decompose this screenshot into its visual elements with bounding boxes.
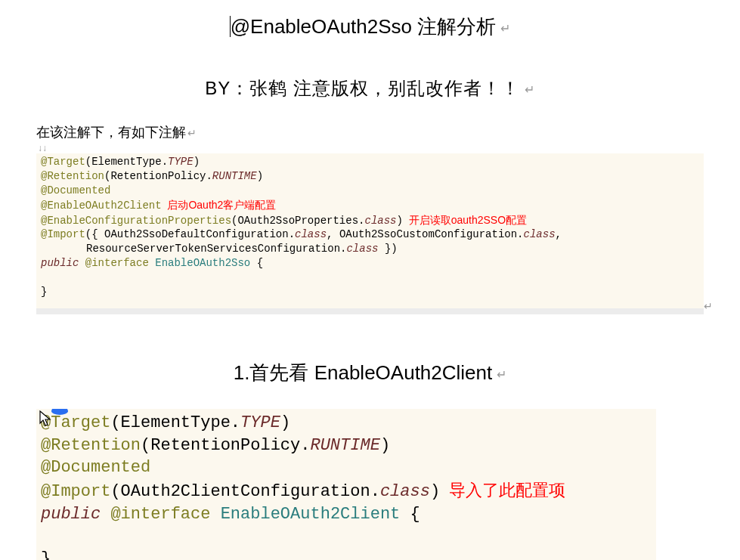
- code-text: (OAuth2SsoProperties.: [231, 215, 364, 227]
- section-1-heading: 1.首先看 EnableOAuth2Client↵: [36, 360, 704, 386]
- code-constant: TYPE: [240, 413, 280, 432]
- document-title: @EnableOAuth2Sso 注解分析↵: [36, 14, 704, 40]
- code-text: ({ OAuth2SsoDefaultConfiguration.: [85, 228, 295, 240]
- annotation: @interface: [110, 505, 210, 524]
- code-text: (ElementType.: [110, 413, 240, 432]
- intro-text: 在该注解下，有如下注解↵: [36, 123, 704, 141]
- code-keyword: class: [295, 228, 327, 240]
- code-constant: TYPE: [168, 156, 194, 168]
- code-type: EnableOAuth2Client: [210, 505, 400, 524]
- code-text: }): [378, 243, 397, 255]
- annotation: @Retention: [41, 436, 141, 455]
- code-constant: RUNTIME: [310, 436, 379, 455]
- code-comment-cn: 启动Oauth2客户端配置: [162, 199, 277, 211]
- annotation: @EnableOAuth2Client: [41, 200, 162, 212]
- code-text: ResourceServerTokenServicesConfiguration…: [86, 243, 346, 255]
- annotation: @Retention: [41, 170, 104, 182]
- paragraph-mark-icon: ↵: [500, 22, 510, 35]
- byline: BY：张鹤 注意版权，别乱改作者！！↵: [36, 76, 704, 101]
- annotation: @Import: [41, 228, 85, 240]
- code-keyword: class: [364, 215, 396, 227]
- paragraph-mark-icon: ↵: [187, 127, 197, 139]
- code-text: ): [280, 413, 290, 432]
- code-comment-cn: 导入了此配置项: [440, 481, 565, 500]
- title-text: @EnableOAuth2Sso 注解分析: [231, 15, 497, 38]
- annotation: @Target: [41, 156, 85, 168]
- code-text: (OAuth2ClientConfiguration.: [110, 482, 379, 501]
- annotation: @Documented: [41, 458, 150, 477]
- annotation: @EnableConfigurationProperties: [41, 215, 231, 227]
- paragraph-mark-icon: ↵: [704, 300, 713, 312]
- code-text: (ElementType.: [85, 156, 168, 168]
- code-comment-cn: 开启读取oauth2SSO配置: [403, 214, 527, 226]
- code-text: {: [250, 257, 263, 269]
- code-text: ): [257, 170, 263, 182]
- annotation: @Import: [41, 482, 110, 501]
- code-keyword: class: [524, 228, 556, 240]
- paragraph-mark-icon: ↵: [525, 83, 535, 96]
- code-keyword: class: [380, 482, 430, 501]
- code-keyword: class: [346, 243, 378, 255]
- code-block-1: @Target(ElementType.TYPE) @Retention(Ret…: [36, 153, 704, 314]
- code-block-1-wrapper: @Target(ElementType.TYPE) @Retention(Ret…: [36, 153, 704, 314]
- code-type: EnableOAuth2Sso: [149, 257, 250, 269]
- code-text: ,: [556, 228, 562, 240]
- code-keyword: public: [41, 505, 110, 524]
- annotation: @Target: [41, 413, 110, 432]
- code-keyword: public: [41, 257, 85, 269]
- code-text: ): [430, 482, 440, 501]
- code-text: }: [41, 549, 51, 560]
- code-text: ): [194, 156, 200, 168]
- section-1-title-text: 1.首先看 EnableOAuth2Client: [234, 361, 493, 384]
- code-block-2: @Target(ElementType.TYPE) @Retention(Ret…: [36, 409, 656, 560]
- text-cursor: [230, 16, 231, 37]
- code-block-2-wrapper: @Target(ElementType.TYPE) @Retention(Ret…: [36, 409, 704, 560]
- annotation: @Documented: [41, 184, 110, 196]
- code-text: }: [41, 286, 47, 298]
- code-text: ): [397, 215, 403, 227]
- small-mark: ↓↓: [38, 143, 704, 153]
- annotation: @interface: [85, 257, 149, 269]
- intro-content: 在该注解下，有如下注解: [36, 125, 186, 140]
- code-constant: RUNTIME: [212, 170, 257, 182]
- code-text: {: [400, 505, 420, 524]
- byline-text: BY：张鹤 注意版权，别乱改作者！！: [205, 78, 520, 98]
- paragraph-mark-icon: ↵: [497, 368, 506, 381]
- code-text: ): [380, 436, 390, 455]
- code-text: (RetentionPolicy.: [141, 436, 310, 455]
- code-text: , OAuth2SsoCustomConfiguration.: [327, 228, 523, 240]
- code-text: (RetentionPolicy.: [104, 170, 212, 182]
